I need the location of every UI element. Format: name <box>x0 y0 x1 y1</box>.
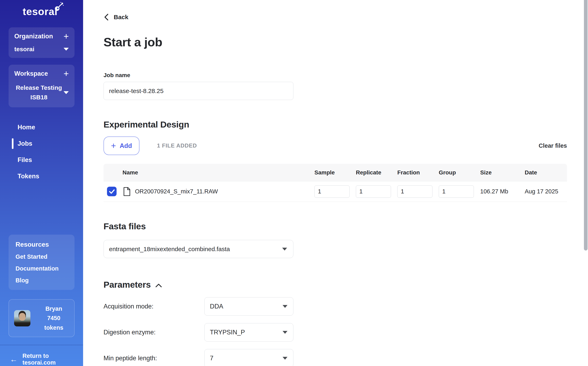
table-row: OR20070924_S_mix7_11.RAW 106.27 Mb Aug 1… <box>103 181 567 202</box>
sample-input[interactable] <box>314 185 349 198</box>
workspace-label: Workspace <box>14 70 48 77</box>
digestion-enzyme-label: Digestion enzyme: <box>103 329 204 336</box>
app-root: tesorai Organization + tesorai <box>0 0 588 366</box>
fasta-selected-value: entrapment_18mixextended_combined.fasta <box>109 246 230 252</box>
header-name: Name <box>103 169 314 176</box>
file-date: Aug 17 2025 <box>525 188 567 195</box>
sidebar-nav: Home Jobs Files Tokens <box>0 119 83 184</box>
sidebar-item-tokens[interactable]: Tokens <box>0 168 83 184</box>
link-get-started[interactable]: Get Started <box>15 253 68 260</box>
add-file-button[interactable]: + Add <box>103 137 139 155</box>
user-card[interactable]: Bryan 7450 tokens <box>8 299 75 337</box>
chevron-left-icon <box>103 14 109 21</box>
acquisition-mode-value: DDA <box>210 303 223 310</box>
header-fraction: Fraction <box>397 169 439 176</box>
resources-card: Resources Get Started Documentation Blog <box>8 235 75 290</box>
acquisition-mode-select[interactable]: DDA <box>204 297 293 316</box>
param-row-min-peptide: Min peptide length: 7 <box>103 349 567 366</box>
user-token-count: 7450 <box>39 313 69 323</box>
nav-label-jobs: Jobs <box>18 140 32 147</box>
experimental-design-section: Experimental Design + Add 1 FILE ADDED C… <box>103 120 567 202</box>
back-button[interactable]: Back <box>103 14 128 21</box>
tesorai-logo[interactable]: tesorai <box>23 6 61 17</box>
fasta-title: Fasta files <box>103 221 567 231</box>
collapse-chevron-icon[interactable] <box>155 283 162 288</box>
sidebar-item-jobs[interactable]: Jobs <box>0 136 83 152</box>
organization-label: Organization <box>14 33 53 40</box>
sidebar-footer: ← Return to tesorai.com <box>0 345 83 366</box>
page-title: Start a job <box>103 35 567 49</box>
experimental-design-title: Experimental Design <box>103 120 567 130</box>
header-date: Date <box>525 169 567 176</box>
fasta-select[interactable]: entrapment_18mixextended_combined.fasta <box>103 240 293 258</box>
organization-caret-icon[interactable] <box>63 48 69 51</box>
resources-title: Resources <box>15 241 68 248</box>
dropdown-caret-icon <box>283 305 287 308</box>
dropdown-caret-icon <box>282 248 287 251</box>
table-header: Name Sample Replicate Fraction Group Siz… <box>103 164 567 181</box>
dropdown-caret-icon <box>283 331 287 334</box>
replicate-input[interactable] <box>356 185 391 198</box>
param-row-acquisition: Acquisition mode: DDA <box>103 297 567 316</box>
workspace-card: Workspace + Release Testing ISB18 <box>8 65 75 107</box>
add-organization-icon[interactable]: + <box>63 33 69 39</box>
clear-files-button[interactable]: Clear files <box>539 142 567 149</box>
logo-splash-icon <box>53 2 64 15</box>
user-name: Bryan <box>39 304 69 313</box>
experimental-design-toolbar: + Add 1 FILE ADDED Clear files <box>103 137 567 155</box>
return-label: Return to tesorai.com <box>23 352 83 366</box>
nav-label-tokens: Tokens <box>18 173 39 180</box>
job-name-label: Job name <box>103 72 567 78</box>
parameters-section: Parameters Acquisition mode: DDA Digesti… <box>103 280 567 366</box>
workspace-caret-icon[interactable] <box>63 91 69 94</box>
file-icon <box>123 187 131 196</box>
header-replicate: Replicate <box>356 169 397 176</box>
plus-icon: + <box>111 143 116 149</box>
sidebar-item-home[interactable]: Home <box>0 119 83 136</box>
acquisition-mode-label: Acquisition mode: <box>103 303 204 310</box>
organization-value: tesorai <box>14 46 34 53</box>
group-input[interactable] <box>439 185 474 198</box>
header-sample: Sample <box>314 169 356 176</box>
user-meta: Bryan 7450 tokens <box>39 304 69 332</box>
fasta-section: Fasta files entrapment_18mixextended_com… <box>103 221 567 258</box>
scrollbar-thumb[interactable] <box>584 0 588 251</box>
min-peptide-length-label: Min peptide length: <box>103 355 204 362</box>
avatar <box>14 310 31 326</box>
main-content: Back Start a job Job name Experimental D… <box>83 0 588 366</box>
dropdown-caret-icon <box>283 357 287 360</box>
min-peptide-length-value: 7 <box>210 355 213 362</box>
parameters-title: Parameters <box>103 280 151 290</box>
files-added-status: 1 FILE ADDED <box>157 143 197 149</box>
logo-text: tesorai <box>23 6 58 17</box>
header-group: Group <box>439 169 480 176</box>
file-name: OR20070924_S_mix7_11.RAW <box>135 188 218 195</box>
active-indicator <box>12 138 14 149</box>
return-to-tesorai-link[interactable]: ← Return to tesorai.com <box>0 345 83 366</box>
digestion-enzyme-value: TRYPSIN_P <box>210 329 245 336</box>
file-size: 106.27 Mb <box>480 188 525 195</box>
left-arrow-icon: ← <box>10 356 18 362</box>
organization-card: Organization + tesorai <box>8 27 75 58</box>
job-name-input[interactable] <box>103 82 293 100</box>
file-table: Name Sample Replicate Fraction Group Siz… <box>103 164 567 202</box>
nav-label-home: Home <box>18 124 35 131</box>
fraction-input[interactable] <box>397 185 433 198</box>
digestion-enzyme-select[interactable]: TRYPSIN_P <box>204 323 293 342</box>
nav-label-files: Files <box>18 156 32 164</box>
checkmark-icon <box>109 189 115 194</box>
link-blog[interactable]: Blog <box>15 277 68 284</box>
header-size: Size <box>480 169 525 176</box>
workspace-value: Release Testing ISB18 <box>14 83 63 102</box>
min-peptide-length-select[interactable]: 7 <box>204 349 293 366</box>
sidebar: tesorai Organization + tesorai <box>0 0 83 366</box>
user-token-label: tokens <box>39 323 69 332</box>
link-documentation[interactable]: Documentation <box>15 265 68 272</box>
add-workspace-icon[interactable]: + <box>63 71 69 77</box>
sidebar-item-files[interactable]: Files <box>0 152 83 168</box>
param-row-digestion: Digestion enzyme: TRYPSIN_P <box>103 323 567 342</box>
add-label: Add <box>120 142 132 150</box>
back-label: Back <box>114 14 128 21</box>
file-checkbox[interactable] <box>107 187 116 196</box>
